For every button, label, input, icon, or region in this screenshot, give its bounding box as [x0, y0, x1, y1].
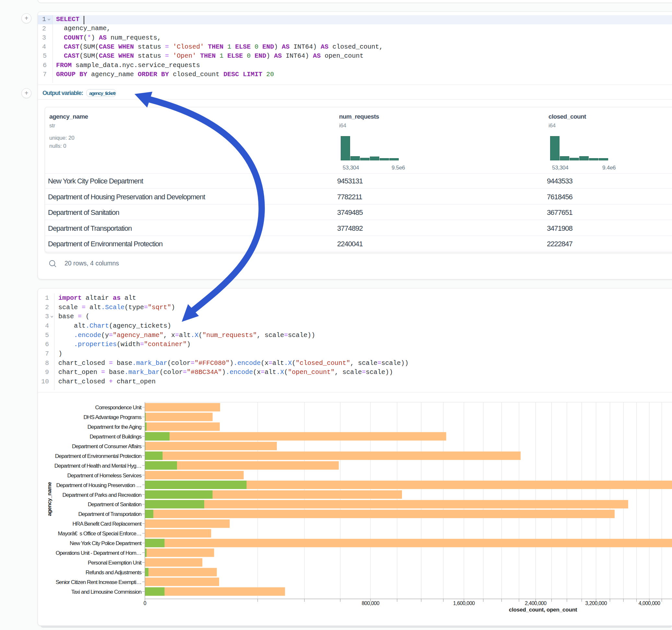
svg-text:Department of Homeless Service: Department of Homeless Services — [67, 472, 142, 479]
svg-text:Department of Housing Preserva: Department of Housing Preservation … — [56, 482, 142, 488]
svg-text:Department of Buildings: Department of Buildings — [90, 434, 141, 440]
svg-text:3,200,000: 3,200,000 — [585, 601, 607, 606]
svg-text:0: 0 — [144, 601, 146, 606]
svg-text:Department of Sanitation: Department of Sanitation — [88, 501, 142, 508]
svg-text:1,600,000: 1,600,000 — [453, 601, 475, 606]
svg-text:Taxi and Limousine Commission: Taxi and Limousine Commission — [71, 589, 142, 595]
svg-text:closed_count, open_count: closed_count, open_count — [509, 607, 577, 613]
svg-text:Department of Transportation: Department of Transportation — [78, 511, 141, 517]
svg-text:DHS Advantage Programs: DHS Advantage Programs — [83, 414, 142, 420]
svg-text:Department for the Aging: Department for the Aging — [88, 424, 142, 430]
svg-text:Senior Citizen Rent Increase E: Senior Citizen Rent Increase Exempti… — [56, 579, 141, 585]
svg-text:agency_name: agency_name — [46, 482, 52, 516]
svg-text:HRA Benefit Card Replacement: HRA Benefit Card Replacement — [73, 521, 142, 527]
svg-text:New York City Police Departmen: New York City Police Department — [70, 540, 142, 547]
svg-text:800,000: 800,000 — [362, 601, 380, 606]
svg-text:Department of Health and Menta: Department of Health and Mental Hyg… — [54, 463, 141, 469]
svg-text:2,400,000: 2,400,000 — [525, 601, 547, 606]
svg-text:Department of Consumer Affairs: Department of Consumer Affairs — [72, 443, 141, 450]
svg-text:Mayorâ€ s Office of Special E: Mayorâ€ s Office of Special Enforce… — [58, 531, 141, 537]
svg-text:Personal Exemption Unit: Personal Exemption Unit — [88, 560, 142, 566]
svg-text:4,000,000: 4,000,000 — [639, 601, 660, 606]
svg-text:Department of Parks and Recrea: Department of Parks and Recreation — [62, 492, 141, 498]
svg-text:Correspondence Unit: Correspondence Unit — [95, 405, 142, 411]
svg-text:Department of Environmental Pr: Department of Environmental Protection — [55, 453, 142, 459]
svg-text:Refunds and Adjustments: Refunds and Adjustments — [86, 570, 141, 576]
svg-text:Operations Unit - Department o: Operations Unit - Department of Hom… — [56, 550, 141, 556]
